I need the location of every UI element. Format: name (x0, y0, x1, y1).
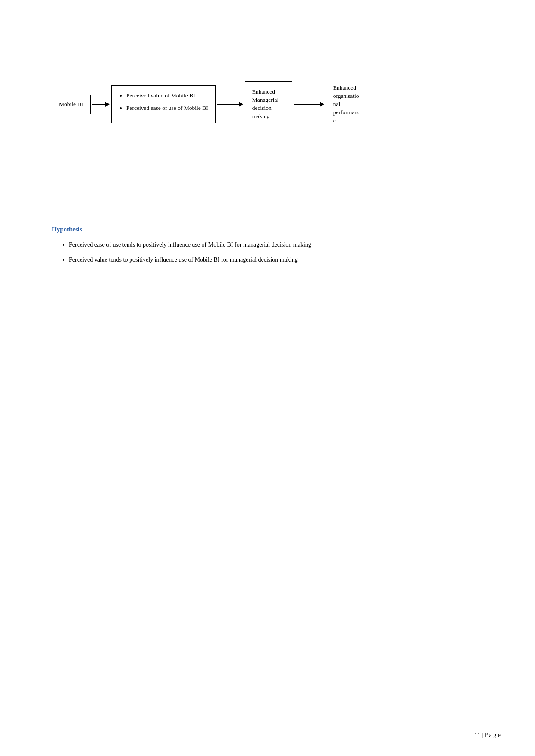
arrow-head-2 (239, 102, 243, 107)
hypothesis-item-2: Perceived value tends to positively infl… (69, 255, 440, 265)
arrow-line-1 (92, 102, 110, 107)
managerial-line2: Managerial (252, 97, 278, 103)
hypothesis-item-1: Perceived ease of use tends to positivel… (69, 240, 440, 250)
page-footer: 11 | P a g e (34, 729, 501, 739)
arrow-2 (216, 102, 245, 107)
hypothesis-list: Perceived ease of use tends to positivel… (52, 240, 501, 265)
perceived-item-2: Perceived ease of use of Mobile BI (126, 104, 208, 112)
line-segment-2 (217, 104, 239, 105)
diagram: Mobile BI Perceived value of Mobile BI P… (52, 78, 501, 131)
arrow-line-3 (294, 102, 324, 107)
line-segment (92, 104, 105, 105)
arrow-head-3 (320, 102, 324, 107)
org-line5: e (333, 117, 336, 124)
arrow-head-1 (105, 102, 110, 107)
perceived-list: Perceived value of Mobile BI Perceived e… (119, 92, 208, 112)
arrow-1 (91, 102, 111, 107)
mobile-bi-label: Mobile BI (59, 101, 83, 107)
box-managerial: Enhanced Managerial decision making (245, 81, 292, 127)
org-line2: organisatio (333, 93, 359, 99)
managerial-line3: decision (252, 105, 272, 111)
arrow-3 (292, 102, 326, 107)
managerial-line1: Enhanced (252, 88, 275, 95)
perceived-item-1: Perceived value of Mobile BI (126, 92, 208, 100)
page: Mobile BI Perceived value of Mobile BI P… (0, 0, 535, 756)
line-segment-3 (294, 104, 320, 105)
org-line4: performanc (333, 109, 360, 116)
arrow-line-2 (217, 102, 243, 107)
org-line1: Enhanced (333, 84, 356, 91)
hypothesis-section: Hypothesis Perceived ease of use tends t… (52, 226, 501, 265)
box-mobile-bi: Mobile BI (52, 95, 91, 114)
hypothesis-title: Hypothesis (52, 226, 501, 233)
box-perceived: Perceived value of Mobile BI Perceived e… (111, 85, 216, 123)
box-org-performance: Enhanced organisatio nal performanc e (326, 78, 373, 131)
footer-page-number: 11 | P a g e (475, 732, 501, 738)
managerial-line4: making (252, 113, 270, 119)
org-line3: nal (333, 101, 341, 107)
